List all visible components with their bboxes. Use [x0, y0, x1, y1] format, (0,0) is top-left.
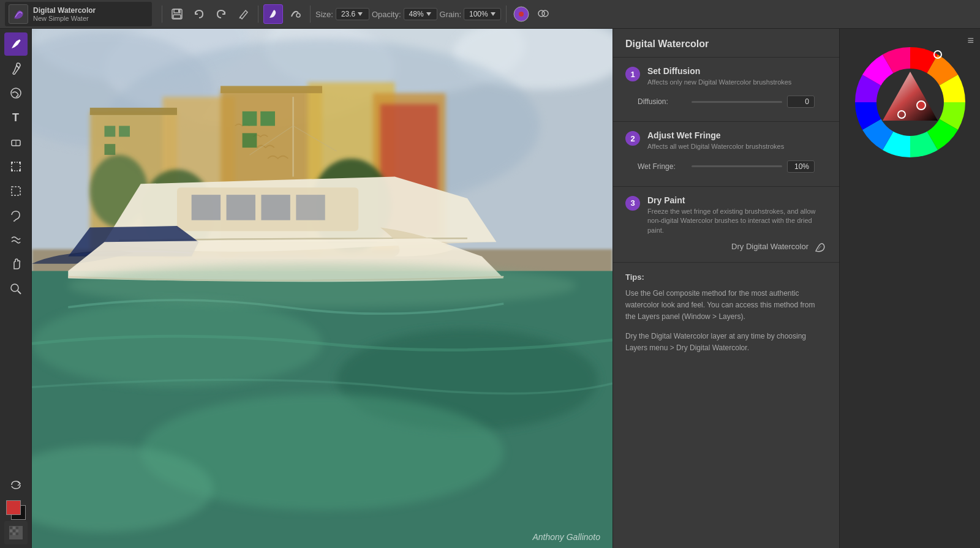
wet-fringe-value[interactable]: 10%	[787, 160, 815, 173]
grain-label: Grain:	[440, 10, 461, 19]
painter-credit: Anthony Gallinoto	[532, 532, 600, 542]
tips-text: Use the Gel composite method for the mos…	[625, 288, 827, 354]
right-panel: Digital Watercolor 1 Set Diffusion Affec…	[612, 29, 839, 548]
svg-point-6	[519, 12, 524, 17]
texture-button[interactable]	[4, 521, 28, 544]
step2-desc: Affects all wet Digital Watercolor brush…	[647, 142, 827, 151]
svg-rect-13	[12, 162, 20, 171]
svg-rect-30	[13, 533, 15, 535]
panel-title: Digital Watercolor	[613, 29, 839, 58]
opacity-label: Opacity:	[372, 10, 401, 19]
svg-point-8	[542, 10, 548, 17]
svg-line-21	[18, 291, 21, 294]
tool-zoom[interactable]	[4, 277, 28, 301]
tool-transform[interactable]	[4, 155, 28, 178]
color-wheel[interactable]	[849, 41, 971, 163]
diffusion-slider[interactable]	[692, 101, 782, 103]
tool-select-rect[interactable]	[4, 179, 28, 203]
color-swatches[interactable]	[6, 500, 26, 520]
step3-number: 3	[625, 196, 640, 211]
svg-rect-50	[243, 133, 257, 148]
diffusion-control: Diffusion: 0	[625, 91, 827, 113]
size-label: Size:	[315, 10, 333, 19]
svg-point-71	[68, 264, 576, 307]
redo-button[interactable]	[211, 4, 231, 24]
svg-rect-66	[296, 195, 325, 220]
wet-fringe-control: Wet Fringe: 10%	[625, 156, 827, 178]
grain-param: Grain: 100%	[440, 8, 501, 20]
svg-rect-45	[105, 126, 116, 137]
dry-paint-button[interactable]: Dry Digital Watercolor	[625, 240, 827, 253]
svg-line-9	[19, 40, 20, 41]
step3-section: 3 Dry Paint Freeze the wet fringe of exi…	[613, 187, 839, 263]
svg-rect-29	[10, 533, 12, 535]
tips-section: Tips: Use the Gel composite method for t…	[613, 263, 839, 548]
step3-header: 3 Dry Paint Freeze the wet fringe of exi…	[625, 195, 827, 235]
color-wheel-panel: ≡	[839, 29, 980, 548]
svg-point-75	[917, 101, 925, 110]
tool-blend[interactable]	[4, 81, 28, 105]
svg-rect-18	[12, 187, 20, 195]
step1-number: 1	[625, 67, 640, 81]
tool-eraser[interactable]	[4, 130, 28, 154]
step1-info: Set Diffusion Affects only new Digital W…	[647, 66, 827, 87]
sep4	[506, 6, 507, 23]
tool-rotate[interactable]	[4, 473, 28, 497]
svg-rect-52	[221, 86, 322, 93]
brush-name: New Simple Water	[33, 15, 96, 22]
size-param: Size: 23.6	[315, 8, 369, 20]
app-icon	[9, 4, 28, 24]
step3-desc: Freeze the wet fringe of existing brushs…	[647, 207, 827, 235]
brush-active-icon[interactable]	[263, 4, 283, 24]
tool-hand[interactable]	[4, 253, 28, 276]
step1-header: 1 Set Diffusion Affects only new Digital…	[625, 66, 827, 87]
save-button[interactable]	[167, 4, 187, 24]
svg-rect-47	[105, 144, 116, 155]
step3-title: Dry Paint	[647, 195, 827, 205]
svg-rect-27	[13, 530, 15, 532]
tool-warp[interactable]	[4, 228, 28, 252]
svg-rect-28	[16, 530, 18, 532]
svg-rect-14	[11, 162, 13, 163]
tool-dropper[interactable]	[4, 57, 28, 80]
svg-rect-15	[19, 162, 21, 163]
canvas-area[interactable]: Anthony Gallinoto	[32, 29, 612, 548]
stylus-button[interactable]	[233, 4, 253, 24]
wet-fringe-slider[interactable]	[692, 165, 782, 167]
step1-section: 1 Set Diffusion Affects only new Digital…	[613, 58, 839, 122]
sep1	[162, 6, 162, 23]
mixer-button[interactable]	[533, 4, 553, 24]
wet-fringe-label: Wet Fringe:	[638, 162, 687, 171]
grain-value[interactable]: 100%	[464, 8, 501, 20]
svg-point-4	[296, 13, 300, 17]
svg-rect-63	[192, 195, 221, 220]
svg-rect-51	[90, 108, 177, 115]
svg-rect-46	[119, 126, 130, 137]
svg-rect-48	[243, 111, 257, 126]
size-value[interactable]: 23.6	[336, 8, 369, 20]
left-sidebar: T	[0, 29, 32, 548]
step1-title: Set Diffusion	[647, 66, 827, 76]
undo-button[interactable]	[189, 4, 209, 24]
diffusion-value[interactable]: 0	[787, 96, 815, 108]
svg-rect-17	[19, 170, 21, 171]
svg-rect-23	[10, 527, 12, 529]
step2-title: Adjust Wet Fringe	[647, 130, 827, 140]
tool-text[interactable]: T	[4, 106, 28, 129]
svg-point-58	[32, 300, 322, 387]
tool-lasso[interactable]	[4, 204, 28, 227]
brush-library-button[interactable]	[285, 4, 305, 24]
sep3	[310, 6, 311, 23]
tips-title: Tips:	[625, 272, 827, 282]
tool-brush[interactable]	[4, 32, 28, 56]
svg-rect-26	[10, 530, 12, 532]
app-name: Digital Watercolor	[33, 6, 96, 15]
tip2: Dry the Digital Watercolor layer at any …	[625, 331, 827, 354]
dry-paint-label: Dry Digital Watercolor	[731, 242, 809, 251]
main-content: T	[0, 29, 980, 548]
foreground-color[interactable]	[6, 500, 21, 515]
color-picker-button[interactable]	[511, 4, 531, 24]
svg-rect-25	[16, 527, 18, 529]
opacity-value[interactable]: 48%	[404, 8, 437, 20]
svg-rect-16	[11, 170, 13, 171]
